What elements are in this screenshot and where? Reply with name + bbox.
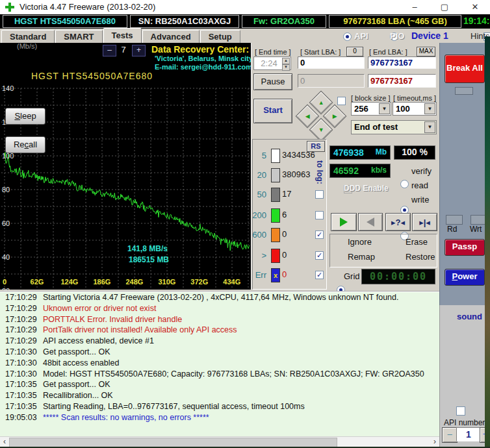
stat-log-checkbox[interactable]: ✓ bbox=[315, 271, 324, 279]
stat-row-50: 5017 bbox=[255, 188, 324, 202]
speed-graph: 14012010080604020 062G124G186G248G310G37… bbox=[0, 43, 253, 290]
start-lba-input[interactable]: 0 bbox=[298, 56, 365, 69]
stat-count: 380963 bbox=[282, 169, 310, 179]
log-message: ***** Scan results: no warnings, no erro… bbox=[43, 412, 209, 423]
y-axis-tick: 140 bbox=[2, 84, 14, 92]
x-axis-tick: 310G bbox=[158, 278, 175, 286]
log-time: 17:10:29 bbox=[5, 336, 37, 347]
log-horizontal-scrollbar[interactable]: ‹ › bbox=[0, 436, 439, 447]
close-button[interactable]: ✕ bbox=[460, 0, 490, 14]
stat-count: 6 bbox=[282, 210, 287, 219]
nav-option-checkbox[interactable] bbox=[337, 97, 346, 105]
stat-row-20: 20380963 bbox=[255, 168, 324, 182]
end-time-spin-arrows[interactable]: ▲▼ bbox=[282, 58, 290, 69]
x-axis-tick: 372G bbox=[190, 278, 208, 286]
tab-tests[interactable]: Tests bbox=[103, 28, 142, 43]
ignore-radio-label: Ignore bbox=[348, 237, 372, 247]
read-activity-led bbox=[446, 215, 463, 225]
title-bar: Victoria 4.47 Freeware (2013-02-20) – ▢ … bbox=[0, 0, 490, 15]
break-all-button[interactable]: Break All bbox=[445, 55, 485, 83]
log-area[interactable]: 17:10:29Starting Victoria 4.47 Freeware … bbox=[0, 291, 439, 438]
stat-count: 17 bbox=[282, 189, 291, 199]
skip-end-button[interactable]: ▸|◂ bbox=[412, 213, 437, 231]
clock: 19:14:36 bbox=[463, 16, 490, 26]
play-button[interactable] bbox=[331, 213, 357, 231]
sleep-button[interactable]: Sleep bbox=[5, 108, 45, 125]
start-button[interactable]: Start bbox=[253, 99, 292, 123]
timeout-dropdown[interactable]: 100▼ bbox=[393, 102, 437, 116]
api-number-minus-button[interactable]: – bbox=[442, 427, 458, 443]
end-lba-input[interactable]: 976773167 bbox=[368, 56, 436, 69]
passport-button[interactable]: Passp bbox=[445, 239, 485, 256]
graph-zoom-value: 7 bbox=[116, 45, 131, 55]
graph-zoom-in-button[interactable]: + bbox=[132, 45, 146, 56]
remaining-lba-field: 976773167 bbox=[368, 74, 436, 88]
stat-log-checkbox[interactable] bbox=[315, 190, 324, 199]
drive-info-bar: HGST HTS545050A7E680 SN: RB250A1C03AXGJ … bbox=[0, 14, 490, 29]
log-line: 17:10:35Starting Reading, LBA=0..9767731… bbox=[0, 401, 439, 412]
scroll-right-icon[interactable]: › bbox=[430, 437, 439, 447]
pio-radio-label: PIO bbox=[390, 31, 404, 41]
drive-serial: SN: RB250A1C03AXGJ bbox=[130, 15, 239, 28]
status-led bbox=[455, 87, 473, 95]
overlay-speed: 141,8 MB/s bbox=[127, 244, 168, 253]
start-lba-zero-button[interactable]: 0 bbox=[346, 47, 363, 56]
verify-radio[interactable] bbox=[400, 180, 409, 188]
step-back-button[interactable] bbox=[358, 213, 383, 231]
end-lba-label: [ End LBA: ] bbox=[369, 48, 407, 56]
log-time: 17:10:30 bbox=[5, 358, 37, 369]
minimize-button[interactable]: – bbox=[400, 0, 430, 14]
graph-zoom-out-button[interactable]: – bbox=[103, 45, 116, 56]
tab-smart[interactable]: SMART bbox=[55, 30, 102, 43]
log-line: 17:10:29Uknown error or driver not exist bbox=[0, 303, 439, 314]
banner-location: 'Victoria', Belarus, Minsk city bbox=[155, 55, 253, 62]
log-time: 17:10:35 bbox=[5, 379, 37, 390]
stat-log-checkbox[interactable]: ✓ bbox=[315, 230, 324, 239]
stat-row-200: 2006 bbox=[255, 208, 324, 223]
end-action-dropdown-arrow-icon[interactable]: ▼ bbox=[424, 121, 435, 133]
api-radio[interactable] bbox=[343, 32, 352, 41]
recall-button[interactable]: Recall bbox=[5, 136, 45, 153]
sound-checkbox[interactable] bbox=[456, 406, 465, 416]
play-icon bbox=[340, 218, 348, 227]
stat-count: 0 bbox=[282, 229, 287, 239]
maximize-button[interactable]: ▢ bbox=[430, 0, 459, 14]
x-axis-tick: 124G bbox=[60, 278, 78, 286]
x-axis-tick: 0 bbox=[3, 278, 6, 286]
scroll-left-icon[interactable]: ‹ bbox=[0, 437, 9, 447]
end-action-dropdown[interactable]: End of test▼ bbox=[351, 120, 437, 134]
power-button[interactable]: Power bbox=[445, 269, 485, 286]
stat-label: 50 bbox=[248, 190, 266, 199]
x-axis-tick: 62G bbox=[31, 278, 44, 286]
stat-log-checkbox[interactable]: ✓ bbox=[315, 251, 324, 260]
stat-log-checkbox[interactable] bbox=[315, 211, 324, 219]
verify-radio-label: verify bbox=[411, 166, 432, 176]
timeout-dropdown-arrow-icon[interactable]: ▼ bbox=[424, 103, 435, 114]
tab-standard[interactable]: Standard bbox=[1, 30, 55, 43]
log-line: 19:05:03***** Scan results: no warnings,… bbox=[0, 412, 439, 423]
pause-button[interactable]: Pause bbox=[253, 73, 292, 90]
log-time: 17:10:35 bbox=[5, 401, 37, 412]
block-time-stats-panel: RS to log: 5343453620380963501720066000✓… bbox=[252, 139, 327, 290]
log-line: 17:10:29PortTalk driver not installed! A… bbox=[0, 325, 439, 336]
timer-lcd: 00:00:00 bbox=[361, 269, 435, 284]
log-message: Model: HGST HTS545050A7E680; Capacity: 9… bbox=[43, 369, 424, 380]
log-time: 17:10:30 bbox=[5, 347, 37, 358]
tab-advanced[interactable]: Advanced bbox=[142, 30, 200, 43]
overlay-position: 186515 MB bbox=[129, 255, 169, 264]
block-size-dropdown[interactable]: 256▼ bbox=[351, 102, 391, 116]
block-size-label: [ block size ] bbox=[351, 94, 391, 102]
stat-count: 3434536 bbox=[282, 150, 315, 160]
stat-label: 200 bbox=[248, 210, 266, 220]
log-message: Get passport... OK bbox=[43, 379, 110, 390]
end-lba-max-button[interactable]: MAX bbox=[417, 47, 435, 56]
block-size-dropdown-arrow-icon[interactable]: ▼ bbox=[379, 103, 390, 114]
log-message: Recallibration... OK bbox=[43, 390, 113, 401]
end-time-spinner[interactable]: 2:24 ▲▼ bbox=[253, 56, 291, 70]
stat-row-5: 53434536 bbox=[255, 149, 324, 163]
nav-up-icon: ▲ bbox=[318, 99, 324, 106]
tab-setup[interactable]: Setup bbox=[200, 30, 240, 43]
scan-question-button[interactable]: ▸?◂ bbox=[385, 213, 411, 231]
log-line: 17:10:3048bit access enabled bbox=[0, 358, 439, 369]
stat-color-box: x bbox=[271, 268, 280, 282]
